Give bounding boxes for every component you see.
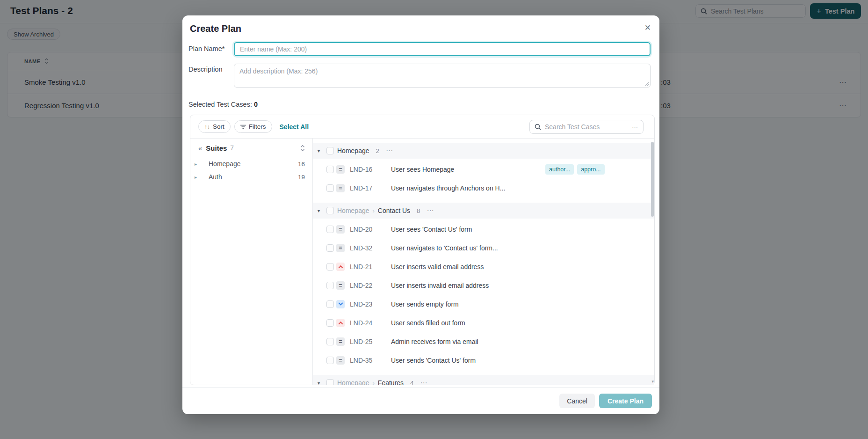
filters-button[interactable]: Filters [234,120,272,133]
case-checkbox[interactable] [326,244,334,252]
search-test-cases-input[interactable]: ⋯ [529,120,644,134]
suites-header: « Suites 7 [190,141,312,154]
scrollbar-down-icon[interactable]: ▾ [651,379,654,384]
case-checkbox[interactable] [326,184,334,192]
close-icon[interactable]: ✕ [644,23,651,33]
case-title: User inserts invalid email address [391,282,489,289]
group-more-icon[interactable]: ⋯ [427,206,434,215]
priority-medium-icon: = [336,356,345,365]
plan-name-label: Plan Name* [188,45,224,52]
search-test-cases-field[interactable] [545,123,628,131]
priority-medium-icon: = [336,225,345,234]
priority-medium-icon: = [336,184,345,192]
collapse-panel-icon[interactable]: « [198,144,202,152]
test-case-row[interactable]: = LND-16 User sees Homepage author... ap… [313,160,654,179]
group-count: 2 [376,147,380,154]
select-all-link[interactable]: Select All [280,123,309,131]
suites-title: Suites [206,144,227,152]
modal-title: Create Plan [190,23,241,34]
resize-handle-icon[interactable] [645,82,649,86]
tag-badge[interactable]: appro... [577,164,604,175]
sort-button[interactable]: ↑↓ Sort [198,120,231,133]
collapse-group-icon[interactable]: ▾ [318,380,322,385]
search-more-icon[interactable]: ⋯ [632,124,638,131]
plan-name-input[interactable] [234,42,651,56]
case-checkbox[interactable] [326,166,334,173]
group-checkbox[interactable] [326,207,334,214]
search-icon [535,124,541,130]
test-case-row[interactable]: = LND-20 User sees 'Contact Us' form [313,220,654,239]
unfold-suites-icon[interactable] [300,145,305,152]
test-case-row[interactable]: LND-24 User sends filled out form [313,314,654,332]
case-tags: author... appro... [545,164,605,175]
case-checkbox[interactable] [326,300,334,308]
case-title: User inserts valid email address [391,263,484,271]
collapse-group-icon[interactable]: ▾ [318,148,322,154]
case-id: LND-22 [350,282,391,289]
tag-badge[interactable]: author... [545,164,574,175]
test-case-row[interactable]: LND-21 User inserts valid email address [313,257,654,276]
collapse-group-icon[interactable]: ▾ [318,208,322,213]
description-field-wrap [234,64,651,88]
breadcrumb-separator: › [373,207,375,214]
group-count: 4 [410,380,414,385]
case-checkbox[interactable] [326,226,334,233]
case-id: LND-20 [350,226,391,233]
group-count: 8 [417,207,420,214]
case-id: LND-17 [350,184,391,192]
case-id: LND-25 [350,338,391,345]
cancel-button[interactable]: Cancel [559,394,595,408]
case-checkbox[interactable] [326,319,334,327]
test-case-row[interactable]: = LND-22 User inserts invalid email addr… [313,276,654,295]
group-breadcrumb: Homepage [337,379,369,385]
suites-panel: « Suites 7 ▸ Homepage 16 ▸ Auth 19 [190,139,313,385]
group-name: Homepage [337,147,369,154]
priority-high-icon [336,319,345,327]
group-name: Features [378,379,404,385]
suite-item-homepage[interactable]: ▸ Homepage 16 [190,157,312,170]
group-checkbox[interactable] [326,147,334,154]
priority-high-icon [336,263,345,271]
group-section: ▾ Homepage › Features 4 ⋯ [313,375,654,385]
list-scrollbar-thumb[interactable] [651,142,654,217]
group-name: Contact Us [378,207,410,214]
case-title: User sends 'Contact Us' form [391,357,476,364]
case-title: User sees 'Contact Us' form [391,226,472,233]
description-input[interactable] [234,64,651,88]
sort-arrows-icon: ↑↓ [204,124,210,130]
test-case-row[interactable]: = LND-32 User navigates to 'Contact us' … [313,239,654,257]
group-more-icon[interactable]: ⋯ [386,146,393,155]
group-more-icon[interactable]: ⋯ [420,379,428,385]
priority-low-icon [336,300,345,308]
suite-item-auth[interactable]: ▸ Auth 19 [190,170,312,183]
test-case-row[interactable]: LND-23 User sends empty form [313,295,654,314]
group-header[interactable]: ▾ Homepage › Contact Us 8 ⋯ [313,203,654,219]
case-id: LND-35 [350,357,391,364]
case-id: LND-21 [350,263,391,271]
case-title: User navigates to 'Contact us' form... [391,244,498,252]
group-header[interactable]: ▾ Homepage 2 ⋯ [313,143,654,159]
case-title: User navigates through Anchors on H... [391,184,505,192]
case-checkbox[interactable] [326,357,334,364]
selected-count: 0 [254,101,258,108]
expand-arrow-icon[interactable]: ▸ [195,175,200,180]
description-label: Description [188,66,223,73]
case-id: LND-32 [350,244,391,252]
case-id: LND-16 [350,166,391,173]
priority-medium-icon: = [336,244,345,252]
group-header[interactable]: ▾ Homepage › Features 4 ⋯ [313,375,654,385]
expand-arrow-icon[interactable]: ▸ [195,161,200,167]
suites-count: 7 [230,144,234,152]
case-title: Admin receives form via email [391,338,478,345]
test-case-row[interactable]: = LND-25 Admin receives form via email [313,332,654,351]
case-title: User sends empty form [391,300,459,308]
create-plan-button[interactable]: Create Plan [599,394,652,408]
case-checkbox[interactable] [326,338,334,345]
test-case-row[interactable]: = LND-17 User navigates through Anchors … [313,179,654,198]
test-case-row[interactable]: = LND-35 User sends 'Contact Us' form [313,351,654,370]
case-checkbox[interactable] [326,282,334,289]
case-title: User sees Homepage [391,166,454,173]
group-checkbox[interactable] [326,379,334,385]
case-checkbox[interactable] [326,263,334,271]
priority-medium-icon: = [336,281,345,290]
